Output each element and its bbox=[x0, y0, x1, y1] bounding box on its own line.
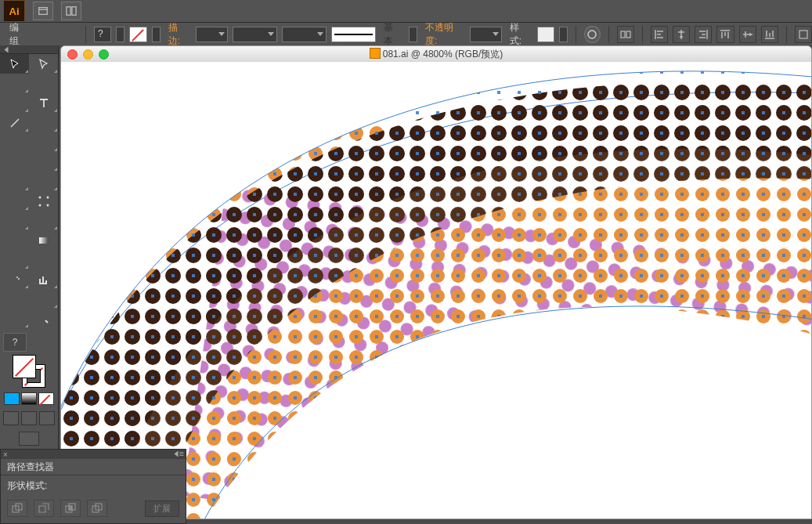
stroke-style-dropdown[interactable] bbox=[409, 27, 417, 42]
draw-normal-button[interactable] bbox=[3, 411, 19, 425]
svg-rect-4 bbox=[621, 31, 625, 38]
opacity-dropdown[interactable] bbox=[470, 27, 502, 42]
draw-inside-button[interactable] bbox=[39, 411, 55, 425]
stroke-swatch[interactable] bbox=[129, 27, 146, 42]
draw-behind-button[interactable] bbox=[21, 411, 37, 425]
svg-rect-18 bbox=[10, 236, 20, 245]
separator bbox=[608, 26, 609, 43]
panel-tab-pathfinder[interactable]: 路径查找器 bbox=[1, 459, 186, 475]
app-logo: Ai bbox=[3, 0, 25, 22]
magic-wand-tool[interactable] bbox=[0, 74, 29, 93]
screen-mode-button[interactable] bbox=[19, 432, 39, 446]
workspace: ? bbox=[0, 45, 812, 524]
free-transform-tool[interactable] bbox=[29, 191, 58, 211]
mesh-tool[interactable] bbox=[0, 230, 29, 250]
svg-point-3 bbox=[588, 31, 596, 38]
selection-tool[interactable] bbox=[0, 54, 29, 74]
selection-type-label: 编组 bbox=[6, 21, 30, 48]
eyedropper-tool[interactable] bbox=[0, 250, 29, 269]
svg-point-12 bbox=[38, 196, 41, 198]
svg-rect-10 bbox=[42, 177, 49, 183]
svg-rect-9 bbox=[39, 180, 45, 186]
symbol-sprayer-tool[interactable] bbox=[0, 269, 29, 289]
hand-tool[interactable] bbox=[0, 309, 29, 328]
pen-tool[interactable] bbox=[0, 93, 29, 113]
graphic-style-dropdown[interactable] bbox=[559, 27, 568, 42]
svg-rect-7 bbox=[39, 120, 49, 126]
perspective-grid-tool[interactable] bbox=[29, 211, 58, 230]
svg-rect-6 bbox=[799, 31, 807, 38]
eraser-tool[interactable] bbox=[29, 152, 58, 172]
pathfinder-panel: × 路径查找器 形状模式: 扩展 bbox=[0, 449, 186, 524]
fill-swatch[interactable]: ? bbox=[94, 27, 111, 42]
svg-point-14 bbox=[38, 204, 41, 206]
line-tool[interactable] bbox=[0, 113, 29, 132]
gradient-tool[interactable] bbox=[29, 230, 58, 250]
shape-builder-tool[interactable] bbox=[0, 211, 29, 230]
separator bbox=[576, 26, 576, 43]
svg-rect-21 bbox=[45, 256, 49, 262]
stroke-dropdown[interactable] bbox=[152, 27, 161, 42]
tools-collapse-handle[interactable] bbox=[0, 45, 58, 54]
svg-rect-19 bbox=[39, 237, 49, 244]
document-title: 081.ai @ 4800% (RGB/预览) bbox=[61, 48, 811, 61]
stroke-profile-dropdown[interactable] bbox=[233, 27, 277, 42]
blend-tool[interactable] bbox=[29, 250, 58, 269]
align-bottom-button[interactable] bbox=[761, 26, 778, 43]
color-mode-button[interactable] bbox=[4, 392, 20, 405]
zoom-tool[interactable] bbox=[29, 309, 58, 328]
stroke-preview[interactable] bbox=[331, 27, 376, 42]
fill-stroke-indicator[interactable] bbox=[13, 355, 45, 388]
arrange-documents-button[interactable] bbox=[61, 2, 81, 20]
direct-selection-tool[interactable] bbox=[29, 54, 58, 74]
window-titlebar[interactable]: 081.ai @ 4800% (RGB/预览) bbox=[61, 46, 811, 63]
slice-tool[interactable] bbox=[29, 289, 58, 309]
scale-tool[interactable] bbox=[29, 172, 58, 191]
panel-header[interactable]: × bbox=[1, 450, 186, 459]
lasso-tool[interactable] bbox=[29, 74, 58, 93]
expand-button[interactable]: 扩展 bbox=[145, 501, 179, 517]
fill-dropdown[interactable] bbox=[116, 27, 125, 42]
stroke-weight-dropdown[interactable] bbox=[196, 27, 228, 42]
color-controls: ? bbox=[0, 328, 58, 454]
panel-menu-icon[interactable] bbox=[173, 452, 182, 458]
none-mode-button[interactable] bbox=[38, 392, 54, 405]
recolor-artwork-button[interactable] bbox=[584, 26, 600, 43]
unite-button[interactable] bbox=[7, 500, 27, 517]
align-top-button[interactable] bbox=[716, 26, 734, 43]
app-menu-bar: Ai bbox=[0, 0, 812, 23]
pencil-tool[interactable] bbox=[29, 132, 58, 152]
svg-rect-5 bbox=[626, 31, 630, 38]
svg-rect-37 bbox=[69, 506, 72, 510]
ai-file-icon bbox=[370, 48, 381, 59]
exclude-button[interactable] bbox=[87, 500, 107, 517]
blob-brush-tool[interactable] bbox=[0, 152, 29, 172]
svg-point-22 bbox=[16, 276, 18, 278]
rectangle-tool[interactable] bbox=[29, 113, 58, 132]
paintbrush-tool[interactable] bbox=[0, 132, 29, 152]
align-center-v-button[interactable] bbox=[739, 26, 756, 43]
artboard-tool[interactable] bbox=[0, 289, 29, 309]
svg-point-15 bbox=[46, 204, 49, 206]
transform-button[interactable] bbox=[795, 26, 812, 43]
panel-close-icon[interactable]: × bbox=[3, 450, 8, 459]
width-tool[interactable] bbox=[0, 191, 29, 211]
column-graph-tool[interactable] bbox=[29, 269, 58, 289]
control-bar: 编组 ? 描边: 基本 不透明度: 样式: bbox=[0, 23, 812, 47]
separator bbox=[642, 26, 643, 43]
bridge-button[interactable] bbox=[33, 2, 53, 20]
fill-info-button[interactable]: ? bbox=[3, 333, 27, 352]
type-tool[interactable] bbox=[29, 93, 58, 113]
gradient-mode-button[interactable] bbox=[21, 392, 37, 405]
svg-point-23 bbox=[18, 278, 20, 280]
svg-point-25 bbox=[40, 315, 46, 321]
align-button-1[interactable] bbox=[617, 26, 634, 43]
minus-front-button[interactable] bbox=[34, 500, 54, 517]
graphic-style-swatch[interactable] bbox=[537, 27, 554, 42]
align-left-button[interactable] bbox=[651, 26, 668, 43]
align-right-button[interactable] bbox=[695, 26, 712, 43]
intersect-button[interactable] bbox=[60, 500, 81, 517]
rotate-tool[interactable] bbox=[0, 172, 29, 191]
align-center-h-button[interactable] bbox=[673, 26, 690, 43]
brush-dropdown[interactable] bbox=[282, 27, 327, 42]
